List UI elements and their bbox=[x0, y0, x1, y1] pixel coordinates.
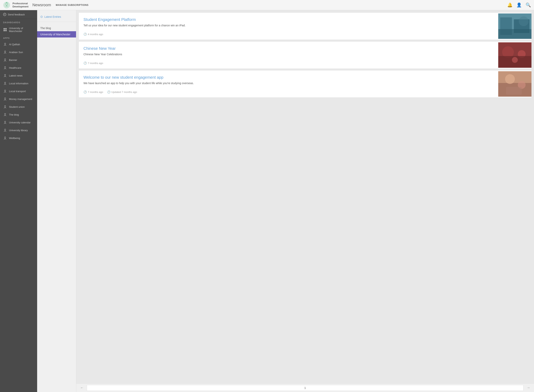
app-icon-latest-news bbox=[3, 74, 7, 78]
sidebar-item-al-qafilah[interactable]: Al Qafilah bbox=[0, 40, 37, 48]
article-time-label: 7 months ago bbox=[88, 91, 103, 93]
articles-list: Student Engagement Platform Tell us your… bbox=[79, 13, 532, 98]
sidebar-item-university-of-manchester[interactable]: University of Manchester bbox=[0, 25, 37, 35]
notifications-icon[interactable]: 🔔 bbox=[507, 3, 512, 8]
clock-icon: 🕐 bbox=[83, 90, 87, 93]
clock-icon: 🕐 bbox=[83, 33, 87, 36]
news-card-body-welcome-student-app: Welcome to our new student engagement ap… bbox=[79, 70, 498, 98]
app-icon-al-qafilah bbox=[3, 42, 7, 46]
article-time: 🕐 4 months ago bbox=[83, 33, 103, 36]
layout: Send feedback DASHBOARDS University of M… bbox=[0, 10, 534, 392]
svg-point-67 bbox=[5, 129, 5, 130]
app-icon-university-library bbox=[3, 128, 7, 132]
svg-point-62 bbox=[5, 121, 5, 122]
sidebar-item-label-university-calendar: University calendar bbox=[9, 121, 31, 124]
sidebar-dashboard-label: University of Manchester bbox=[9, 27, 23, 33]
news-card-welcome-student-app: Welcome to our new student engagement ap… bbox=[79, 70, 532, 98]
sidebar-item-label-the-blog: The blog bbox=[9, 113, 19, 116]
news-card-title-chinese-new-year[interactable]: Chinese New Year bbox=[83, 46, 494, 51]
app-icon-money-management bbox=[3, 97, 7, 101]
sidebar-item-university-library[interactable]: University library bbox=[0, 126, 37, 134]
sidebar-item-label-local-transport: Local transport bbox=[9, 90, 26, 93]
sidebar-item-label-banner: Banner bbox=[9, 59, 17, 61]
next-page-button[interactable]: → bbox=[525, 385, 532, 391]
news-card-desc-student-engagement-platform: Tell us your idea for our new student en… bbox=[83, 24, 494, 29]
app-logo bbox=[3, 2, 10, 9]
svg-rect-7 bbox=[4, 28, 5, 29]
topbar: Professional Development Newsroom MANAGE… bbox=[0, 0, 534, 10]
university-of-manchester-nav-item[interactable]: University of Manchester bbox=[37, 31, 76, 37]
svg-point-57 bbox=[5, 113, 5, 114]
app-name: Professional Development bbox=[13, 2, 29, 8]
app-icon-wellbeing bbox=[3, 136, 7, 140]
sidebar-item-label-healthcare: Healthcare bbox=[9, 66, 21, 69]
sidebar: Send feedback DASHBOARDS University of M… bbox=[0, 10, 37, 392]
news-card-title-student-engagement-platform[interactable]: Student Engagement Platform bbox=[83, 17, 494, 22]
news-card-body-student-engagement-platform: Student Engagement Platform Tell us your… bbox=[79, 13, 498, 40]
app-icon-the-blog bbox=[3, 113, 7, 117]
app-icon-arabian-sun bbox=[3, 50, 7, 54]
svg-point-79 bbox=[519, 16, 529, 26]
the-blog-nav-item[interactable]: The blog bbox=[37, 25, 76, 31]
sidebar-item-wellbeing[interactable]: Wellbeing bbox=[0, 134, 37, 142]
sidebar-item-arabian-sun[interactable]: Arabian Sun bbox=[0, 48, 37, 56]
article-image-student-engagement-platform bbox=[498, 14, 531, 39]
sidebar-item-local-transport[interactable]: Local transport bbox=[0, 87, 37, 95]
prev-page-button[interactable]: ← bbox=[79, 385, 85, 391]
svg-point-42 bbox=[5, 90, 5, 91]
svg-rect-8 bbox=[5, 28, 7, 29]
svg-rect-90 bbox=[506, 87, 522, 95]
svg-point-88 bbox=[505, 74, 515, 84]
app-icon-banner bbox=[3, 58, 7, 62]
news-card-student-engagement-platform: Student Engagement Platform Tell us your… bbox=[79, 13, 532, 40]
clock-updated-icon: 🕐 bbox=[107, 90, 110, 93]
latest-entries-label: Latest Entries bbox=[44, 15, 61, 18]
send-feedback-item[interactable]: Send feedback bbox=[0, 10, 37, 19]
sidebar-item-university-calendar[interactable]: University calendar bbox=[0, 118, 37, 126]
app-icon-student-union bbox=[3, 105, 7, 109]
svg-point-17 bbox=[5, 51, 5, 51]
svg-point-32 bbox=[5, 74, 5, 75]
svg-point-37 bbox=[5, 82, 5, 83]
sidebar-item-label-wellbeing: Wellbeing bbox=[9, 137, 20, 140]
main-content: Student Engagement Platform Tell us your… bbox=[76, 10, 534, 383]
search-icon[interactable]: 🔍 bbox=[526, 3, 531, 8]
profile-icon[interactable]: 👤 bbox=[516, 3, 522, 8]
svg-point-52 bbox=[5, 106, 5, 106]
apps-section-label: APPS bbox=[0, 35, 37, 40]
dashboard-icon bbox=[3, 28, 7, 32]
sidebar-item-label-al-qafilah: Al Qafilah bbox=[9, 43, 20, 46]
svg-point-2 bbox=[6, 2, 7, 3]
clock-icon: 🕐 bbox=[83, 61, 87, 65]
sidebar-item-latest-news[interactable]: Latest news bbox=[0, 72, 37, 79]
sidebar-item-the-blog[interactable]: The blog bbox=[0, 111, 37, 118]
sidebar-item-student-union[interactable]: Student union bbox=[0, 103, 37, 111]
sidebar-item-label-local-information: Local information bbox=[9, 82, 28, 85]
news-card-meta-student-engagement-platform: 🕐 4 months ago bbox=[83, 33, 494, 36]
sidebar-item-banner[interactable]: Banner bbox=[0, 56, 37, 64]
svg-rect-80 bbox=[498, 29, 531, 39]
svg-rect-10 bbox=[5, 30, 7, 31]
news-card-title-welcome-student-app[interactable]: Welcome to our new student engagement ap… bbox=[83, 75, 494, 80]
sidebar-item-healthcare[interactable]: Healthcare bbox=[0, 64, 37, 72]
sidebar-item-label-money-management: Money management bbox=[9, 98, 32, 101]
news-card-image-student-engagement-platform bbox=[498, 13, 531, 40]
dashboards-section-label: DASHBOARDS bbox=[0, 19, 37, 25]
page-number-display: 1 bbox=[87, 385, 524, 391]
latest-entries-link[interactable]: ⊙ Latest Entries bbox=[37, 13, 76, 22]
news-card-meta-chinese-new-year: 🕐 7 months ago bbox=[83, 61, 494, 65]
app-icon-local-transport bbox=[3, 89, 7, 93]
article-time: 🕐 7 months ago bbox=[83, 90, 103, 93]
manage-subscriptions-link[interactable]: MANAGE SUBSCRIPTIONS bbox=[56, 4, 88, 6]
sidebar-item-local-information[interactable]: Local information bbox=[0, 79, 37, 87]
article-image-chinese-new-year bbox=[498, 42, 531, 68]
topbar-left: Professional Development Newsroom MANAGE… bbox=[3, 2, 507, 9]
sidebar-item-money-management[interactable]: Money management bbox=[0, 95, 37, 103]
article-time-label: 4 months ago bbox=[88, 33, 103, 36]
news-card-image-chinese-new-year bbox=[498, 42, 531, 69]
sidebar-item-label-arabian-sun: Arabian Sun bbox=[9, 51, 23, 54]
middle-panel: ⊙ Latest Entries The blog University of … bbox=[37, 10, 76, 392]
article-updated-label: Updated 7 months ago bbox=[111, 91, 137, 93]
latest-entries-icon: ⊙ bbox=[40, 15, 43, 19]
sidebar-item-label-student-union: Student union bbox=[9, 105, 25, 108]
